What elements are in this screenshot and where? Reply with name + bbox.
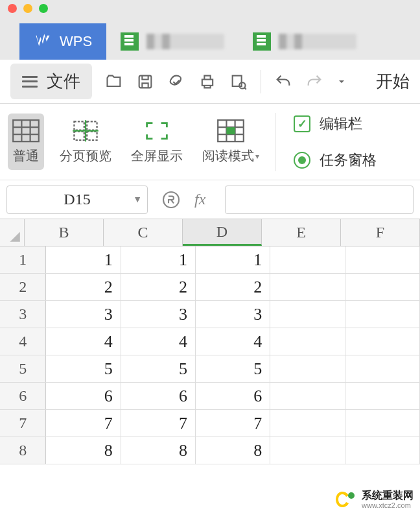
cell[interactable]: 1 (121, 246, 196, 273)
column-header[interactable]: B (25, 219, 104, 246)
cell[interactable] (345, 410, 420, 437)
row-header[interactable]: 7 (0, 410, 46, 437)
row-header[interactable]: 6 (0, 383, 46, 409)
formula-bar: D15 ▼ fx (0, 180, 420, 219)
cell[interactable] (270, 301, 345, 328)
cell[interactable]: 6 (121, 383, 196, 409)
document-tab-2[interactable] (239, 23, 371, 60)
row-header[interactable]: 3 (0, 301, 46, 328)
page-preview-icon[interactable] (229, 73, 248, 91)
cell[interactable]: 8 (121, 437, 196, 464)
cell[interactable] (345, 274, 420, 300)
cell[interactable]: 1 (196, 246, 270, 273)
cell[interactable] (345, 301, 420, 328)
cell[interactable] (270, 328, 345, 355)
document-tab-1[interactable] (106, 23, 239, 60)
cell[interactable]: 8 (46, 437, 121, 464)
cell[interactable]: 4 (46, 328, 121, 355)
task-pane-toggle[interactable]: 任务窗格 (294, 148, 377, 173)
table-row: 5555 (0, 355, 420, 383)
cell[interactable] (345, 328, 420, 355)
cell[interactable]: 8 (196, 437, 270, 464)
cell[interactable] (270, 246, 345, 273)
name-box[interactable]: D15 ▼ (6, 186, 148, 214)
svg-rect-6 (226, 127, 235, 134)
cell[interactable]: 3 (46, 301, 121, 328)
cell[interactable]: 2 (196, 274, 270, 300)
checkbox-checked-icon (294, 115, 310, 132)
cell[interactable] (345, 355, 420, 382)
view-label: 分页预览 (60, 147, 111, 165)
trademark-icon[interactable] (161, 189, 181, 210)
view-normal-button[interactable]: 普通 (8, 114, 44, 170)
cell[interactable] (345, 383, 420, 409)
formula-input[interactable] (225, 186, 414, 214)
minimize-window-button[interactable] (23, 4, 32, 13)
row-header[interactable]: 2 (0, 274, 46, 300)
cell[interactable]: 7 (121, 410, 196, 437)
row-header[interactable]: 5 (0, 355, 46, 382)
row-header[interactable]: 8 (0, 437, 46, 464)
file-menu-button[interactable]: 文件 (10, 64, 92, 99)
cell[interactable] (270, 383, 345, 409)
cell[interactable] (270, 355, 345, 382)
table-row: 4444 (0, 328, 420, 355)
column-header[interactable]: E (262, 219, 341, 246)
print-icon[interactable] (198, 73, 216, 91)
separator (261, 70, 261, 93)
cell[interactable]: 5 (46, 355, 121, 382)
cell[interactable]: 5 (196, 355, 270, 382)
table-row: 8888 (0, 437, 420, 464)
formula-bar-toggle[interactable]: 编辑栏 (294, 112, 377, 136)
cell[interactable]: 6 (46, 383, 121, 409)
cell[interactable]: 7 (196, 410, 270, 437)
save-icon[interactable] (136, 73, 154, 91)
cell[interactable]: 2 (121, 274, 196, 300)
cell[interactable] (270, 410, 345, 437)
column-header[interactable]: C (104, 219, 183, 246)
svg-point-3 (239, 82, 245, 88)
wps-logo-icon (34, 32, 52, 51)
table-row: 7777 (0, 410, 420, 437)
view-label: 普通 (13, 147, 39, 165)
cell[interactable]: 6 (196, 383, 270, 409)
undo-icon[interactable] (274, 73, 292, 91)
cell[interactable]: 3 (196, 301, 270, 328)
select-all-corner[interactable] (0, 219, 25, 246)
cell[interactable] (345, 246, 420, 273)
row-header[interactable]: 4 (0, 328, 46, 355)
view-reading-button[interactable]: 阅读模式▾ (198, 114, 263, 170)
cell[interactable]: 7 (46, 410, 121, 437)
cell[interactable]: 2 (46, 274, 121, 300)
cell[interactable] (270, 437, 345, 464)
view-options: 编辑栏 任务窗格 (287, 112, 377, 173)
cell[interactable]: 5 (121, 355, 196, 382)
ribbon-tab-start[interactable]: 开始 (376, 70, 410, 93)
maximize-window-button[interactable] (39, 4, 48, 13)
view-label: 阅读模式▾ (202, 147, 259, 165)
cell[interactable]: 1 (46, 246, 121, 273)
chevron-down-icon[interactable]: ▼ (133, 195, 142, 205)
cell[interactable]: 3 (121, 301, 196, 328)
view-fullscreen-button[interactable]: 全屏显示 (127, 114, 187, 170)
close-window-button[interactable] (8, 4, 17, 13)
dropdown-icon[interactable] (336, 73, 347, 91)
cell[interactable] (270, 274, 345, 300)
row-header[interactable]: 1 (0, 246, 46, 273)
window-titlebar (0, 0, 420, 17)
view-page-preview-button[interactable]: 分页预览 (56, 114, 115, 170)
cell[interactable]: 4 (196, 328, 270, 355)
wps-home-tab[interactable]: WPS (19, 23, 106, 60)
watermark-text: 系统重装网 (362, 490, 414, 501)
cell[interactable]: 4 (121, 328, 196, 355)
redo-icon[interactable] (305, 73, 323, 91)
fx-button[interactable]: fx (194, 191, 205, 208)
chevron-down-icon: ▾ (255, 152, 259, 161)
cell[interactable] (345, 437, 420, 464)
option-label: 编辑栏 (320, 114, 362, 134)
open-icon[interactable] (105, 73, 123, 91)
column-header[interactable]: D (183, 219, 262, 246)
column-header[interactable]: F (341, 219, 420, 246)
print-preview-icon[interactable] (167, 73, 185, 91)
tab-label-blurred (146, 34, 224, 49)
